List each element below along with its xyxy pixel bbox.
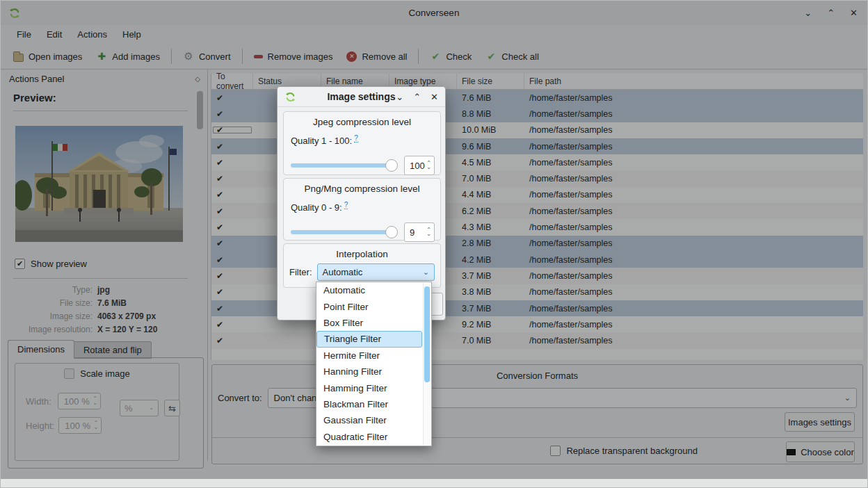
cell-file-path: /home/faster/samples: [524, 222, 863, 232]
jpeg-quality-slider[interactable]: [291, 163, 392, 168]
toolbar-button-convert[interactable]: Convert: [176, 47, 238, 66]
row-checkmark-icon[interactable]: ✔: [211, 238, 253, 248]
toolbar-button-label: Check: [446, 51, 472, 62]
jpeg-quality-spinbox[interactable]: 100 ⌃⌄: [404, 156, 435, 175]
row-checkmark-icon[interactable]: ✔: [211, 287, 253, 297]
row-checkmark-icon[interactable]: ✔: [211, 93, 253, 103]
dialog-close-icon[interactable]: ✕: [431, 92, 438, 101]
row-checkmark-icon[interactable]: ✔: [211, 190, 253, 200]
png-quality-slider[interactable]: [291, 230, 392, 234]
filter-option-automatic[interactable]: Automatic: [316, 282, 422, 298]
menu-item-edit[interactable]: Edit: [39, 26, 70, 42]
open-images-icon: [13, 54, 24, 62]
jpeg-compression-group: Jpeg compression level Quality 1 - 100:?…: [283, 111, 441, 175]
column-header-to-convert[interactable]: To convert: [211, 74, 253, 89]
help-link[interactable]: ?: [344, 201, 348, 209]
dock-float-icon[interactable]: ◇: [195, 75, 200, 83]
toolbar-button-add-images[interactable]: Add images: [89, 47, 167, 66]
dialog-minimize-icon[interactable]: ⌄: [396, 92, 403, 101]
toolbar-button-open-images[interactable]: Open images: [6, 47, 89, 66]
png-quality-spinbox[interactable]: 9 ⌃⌄: [404, 222, 435, 242]
row-checkmark-icon[interactable]: ✔: [211, 174, 253, 184]
color-swatch-icon: [787, 449, 796, 455]
filter-option-triangle-filter[interactable]: Triangle Filter: [316, 331, 422, 347]
tab-dimensions[interactable]: Dimensions: [8, 340, 74, 359]
row-checkmark-icon[interactable]: ✔: [211, 142, 253, 152]
spin-arrows-icon[interactable]: ⌃⌄: [93, 397, 97, 405]
row-checkmark-icon[interactable]: ✔: [211, 271, 253, 281]
toolbar-button-check-all[interactable]: Check all: [479, 47, 545, 66]
row-checkmark-icon[interactable]: ✔: [211, 304, 253, 314]
toolbar-button-check[interactable]: Check: [423, 47, 479, 66]
choose-color-button[interactable]: Choose color: [786, 441, 855, 462]
toolbar-button-remove-images[interactable]: Remove images: [247, 47, 340, 66]
scale-image-checkbox[interactable]: [64, 368, 74, 379]
jpeg-slider-handle[interactable]: [385, 159, 398, 172]
remove-all-icon: [346, 51, 357, 62]
toolbar-button-label: Check all: [501, 51, 538, 62]
show-preview-checkbox[interactable]: ✔: [15, 259, 25, 269]
spin-arrows-icon[interactable]: ⌃⌄: [94, 421, 99, 430]
filter-option-quadratic-filter[interactable]: Quadratic Filter: [316, 429, 422, 445]
menu-item-file[interactable]: File: [9, 26, 39, 42]
conversion-formats-group: Conversion Formats Convert to: Don't cha…: [211, 364, 863, 464]
tab-rotate-and-flip[interactable]: Rotate and flip: [74, 341, 152, 359]
row-checkmark-icon[interactable]: ✔: [211, 206, 253, 216]
cell-file-path: /home/faster/samples: [524, 255, 863, 265]
spin-arrows-icon[interactable]: ⌃⌄: [426, 161, 431, 170]
info-row: Image resolution:X = 120 Y = 120: [2, 323, 197, 336]
column-header-file-path[interactable]: File path: [524, 74, 863, 89]
cell-file-path: /home/faster/samples: [524, 206, 863, 216]
filter-option-hermite-filter[interactable]: Hermite Filter: [316, 348, 422, 364]
window-title: Converseen: [1, 8, 867, 18]
reset-size-button[interactable]: ⇆: [164, 400, 180, 416]
show-preview-row[interactable]: ✔ Show preview: [15, 259, 87, 269]
add-images-icon: [96, 51, 107, 62]
maximize-icon[interactable]: ⌃: [827, 8, 835, 17]
row-checkmark-icon[interactable]: ✔: [211, 222, 253, 232]
images-settings-button[interactable]: Images settings: [785, 412, 855, 432]
width-label: Width:: [26, 396, 51, 407]
cell-file-size: 2.8 MiB: [457, 238, 524, 248]
popup-scrollbar-thumb[interactable]: [424, 286, 430, 382]
filter-option-hamming-filter[interactable]: Hamming Filter: [316, 380, 422, 396]
row-checkmark-icon[interactable]: ✔: [211, 336, 253, 345]
filter-option-blackman-filter[interactable]: Blackman Filter: [316, 396, 422, 412]
filter-option-gaussian-filter[interactable]: Gaussian Filter: [316, 412, 422, 428]
cell-file-path: /home/faster/samples: [524, 320, 863, 330]
replace-background-checkbox[interactable]: [550, 446, 561, 456]
row-checkmark-icon[interactable]: ✔: [211, 158, 253, 168]
row-checkmark-icon[interactable]: ✔: [211, 109, 253, 119]
minimize-icon[interactable]: ⌄: [804, 8, 812, 17]
dialog-maximize-icon[interactable]: ⌃: [413, 92, 421, 101]
chevron-down-icon: ⌄: [844, 393, 851, 402]
row-checkmark-icon[interactable]: ✔: [211, 255, 253, 265]
dock-scrollbar-thumb[interactable]: [197, 91, 203, 129]
column-header-file-size[interactable]: File size: [457, 74, 524, 89]
info-label: Image resolution:: [2, 325, 93, 334]
filter-option-box-filter[interactable]: Box Filter: [316, 315, 422, 331]
help-link[interactable]: ?: [354, 134, 358, 143]
png-slider-handle[interactable]: [385, 226, 398, 238]
filter-option-point-filter[interactable]: Point Filter: [316, 298, 422, 314]
unit-select[interactable]: % ⌄: [120, 400, 159, 416]
toolbar-button-remove-all[interactable]: Remove all: [339, 47, 414, 66]
spin-arrows-icon[interactable]: ⌃⌄: [426, 228, 431, 236]
table-row[interactable]: ✔7.0 MiB/home/faster/samples: [211, 332, 863, 348]
dock-scrollbar[interactable]: [197, 90, 203, 458]
row-checkmark-icon[interactable]: ✔: [211, 320, 253, 330]
png-quality-label: Quality 0 - 9:: [291, 202, 342, 213]
height-spinbox[interactable]: 100 % ⌃⌄: [58, 417, 102, 434]
filter-option-hanning-filter[interactable]: Hanning Filter: [316, 364, 422, 380]
menu-item-help[interactable]: Help: [115, 26, 149, 42]
cell-file-size: 6.2 MiB: [457, 206, 524, 216]
close-icon[interactable]: ✕: [850, 8, 858, 17]
cell-file-size: 10.0 MiB: [457, 125, 524, 135]
filter-select[interactable]: Automatic ⌄: [317, 263, 435, 281]
row-checkmark-icon[interactable]: ✔: [211, 125, 253, 135]
width-spinbox[interactable]: 100 % ⌃⌄: [58, 393, 101, 409]
popup-scrollbar[interactable]: [423, 283, 431, 445]
menu-item-actions[interactable]: Actions: [70, 26, 115, 42]
cell-file-size: 9.2 MiB: [457, 320, 524, 330]
chevron-down-icon: ⌄: [423, 268, 429, 277]
